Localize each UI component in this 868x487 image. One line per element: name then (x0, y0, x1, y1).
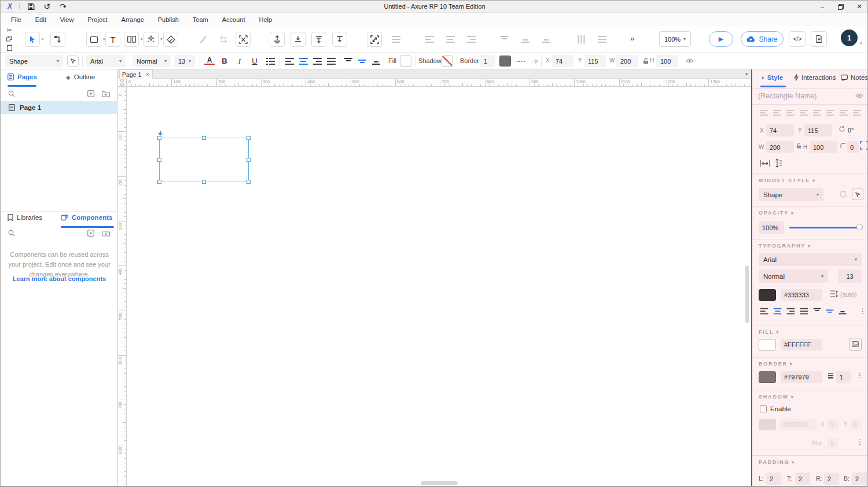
notes-doc-button[interactable] (811, 31, 827, 47)
corner-select-icon[interactable] (860, 141, 868, 150)
padding-l-field[interactable]: 2 (766, 473, 781, 485)
add-folder-icon[interactable] (102, 90, 110, 97)
underline-button[interactable]: U (249, 56, 260, 66)
fill-section-title[interactable]: FILL▾ (759, 329, 779, 335)
padding-b-field[interactable]: 2 (852, 473, 867, 485)
font-size-select[interactable]: 13▾ (174, 55, 195, 67)
paste-icon[interactable] (6, 44, 13, 51)
rectangle-tool-chevron-icon[interactable]: ▾ (103, 37, 105, 42)
border-style-button[interactable] (516, 56, 526, 66)
text-align-justify-icon[interactable] (800, 308, 808, 315)
inspector-y-field[interactable]: 115 (804, 124, 832, 136)
text-align-justify-button[interactable] (326, 56, 336, 66)
resize-handle-middle-left[interactable] (157, 158, 161, 162)
resize-handle-bottom-right[interactable] (247, 180, 251, 184)
send-backward-button[interactable] (332, 32, 347, 47)
resize-handle-bottom-left[interactable] (157, 180, 161, 184)
scale-selection-button[interactable] (367, 32, 382, 47)
fill-color-swatch[interactable] (400, 56, 411, 67)
menu-edit[interactable]: Edit (28, 16, 53, 23)
line-height-value[interactable]: (auto) (840, 291, 857, 298)
canvas-tab-close-icon[interactable]: ✕ (145, 72, 150, 78)
transform-button[interactable] (236, 32, 251, 47)
fill-hex-field[interactable]: #FFFFFF (781, 339, 822, 351)
italic-button[interactable]: I (234, 56, 245, 66)
text-align-right-button[interactable] (312, 56, 322, 66)
menu-file[interactable]: File (4, 16, 28, 23)
style-picker-button[interactable] (67, 56, 79, 67)
style-select-pointer-button[interactable] (852, 189, 863, 200)
inspector-lock-icon[interactable] (796, 143, 801, 149)
valign-top-button[interactable] (343, 56, 354, 66)
inspector-x-field[interactable]: 74 (766, 124, 794, 136)
border-hex-field[interactable]: #797979 (781, 371, 822, 383)
typography-more-icon[interactable]: ⋮ (859, 310, 866, 312)
selection-box[interactable] (159, 138, 249, 182)
w-field[interactable]: 200 (616, 55, 638, 67)
pages-search-icon[interactable] (8, 90, 15, 97)
tab-notes[interactable]: Notes (841, 74, 868, 81)
text-align-center-icon[interactable] (774, 308, 782, 315)
resize-handle-top-right[interactable] (247, 136, 251, 140)
widget-style-select[interactable]: Shape▾ (5, 55, 63, 67)
text-align-center-button[interactable] (298, 56, 308, 66)
border-color-swatch[interactable] (499, 56, 511, 67)
menu-team[interactable]: Team (186, 16, 215, 23)
font-family-dropdown[interactable]: Arial▾ (759, 253, 862, 266)
border-color-swatch[interactable] (759, 371, 776, 383)
menu-view[interactable]: View (53, 16, 81, 23)
add-page-icon[interactable] (87, 90, 94, 97)
toolbar-overflow-button[interactable]: » (630, 34, 633, 43)
share-button[interactable]: Share (741, 31, 784, 47)
inspector-h-field[interactable]: 100 (810, 141, 837, 153)
selection-tool-button[interactable] (25, 32, 40, 47)
resize-handle-top-left[interactable] (157, 136, 161, 140)
zoom-select[interactable]: 100% ▾ (659, 31, 691, 47)
border-more-icon[interactable]: ⋮ (856, 374, 863, 377)
page-surface[interactable] (127, 87, 751, 487)
connector-tool-button[interactable] (50, 32, 65, 47)
panel-tool-chevron-icon[interactable]: ▾ (141, 37, 143, 42)
preview-button[interactable]: ▶ (709, 31, 733, 47)
add-component-icon[interactable] (87, 230, 94, 237)
pen-tool-button[interactable] (163, 32, 178, 47)
visibility-eye-icon[interactable] (685, 56, 695, 66)
menu-publish[interactable]: Publish (151, 16, 186, 23)
panel-tool-button[interactable] (124, 32, 139, 47)
border-section-title[interactable]: BORDER▾ (759, 361, 793, 367)
widget-style-dropdown[interactable]: Shape▾ (759, 188, 823, 201)
padding-t-field[interactable]: 2 (795, 473, 810, 485)
h-field[interactable]: 100 (656, 55, 678, 67)
inspector-w-field[interactable]: 200 (766, 141, 794, 153)
auto-fit-height-icon[interactable] (775, 158, 782, 168)
y-field[interactable]: 115 (584, 55, 606, 67)
rotation-value[interactable]: 0° (848, 127, 854, 134)
font-weight-dropdown[interactable]: Normal▾ (759, 270, 828, 283)
valign-bottom-button[interactable] (371, 56, 381, 66)
send-to-back-button[interactable] (290, 32, 306, 47)
fill-color-swatch[interactable] (759, 339, 776, 351)
opacity-section-title[interactable]: OPACITY▾ (759, 210, 795, 216)
menu-arrange[interactable]: Arrange (115, 16, 151, 23)
padding-section-title[interactable]: PADDING▾ (759, 459, 795, 465)
font-color-button[interactable]: A (204, 57, 215, 65)
bring-to-front-button[interactable] (270, 32, 285, 47)
padding-r-field[interactable]: 2 (824, 473, 839, 485)
resize-handle-top-middle[interactable] (202, 136, 206, 140)
text-align-right-icon[interactable] (787, 308, 795, 315)
tab-pages[interactable]: Pages (8, 73, 37, 80)
components-search-icon[interactable] (8, 230, 15, 237)
menu-project[interactable]: Project (80, 16, 114, 23)
tab-components[interactable]: Components (61, 214, 112, 221)
close-button[interactable]: ✕ (851, 2, 867, 12)
selection-tool-chevron-icon[interactable]: ▾ (42, 37, 44, 42)
copy-icon[interactable] (6, 35, 13, 42)
font-weight-select[interactable]: Normal▾ (133, 55, 171, 67)
font-color-swatch[interactable] (759, 289, 776, 301)
font-color-hex-field[interactable]: #333333 (781, 289, 822, 301)
fill-image-button[interactable] (849, 338, 862, 351)
menu-help[interactable]: Help (252, 16, 279, 23)
font-size-field[interactable]: 13 (838, 270, 862, 283)
minimize-button[interactable]: – (814, 2, 830, 12)
bold-button[interactable]: B (219, 56, 230, 66)
